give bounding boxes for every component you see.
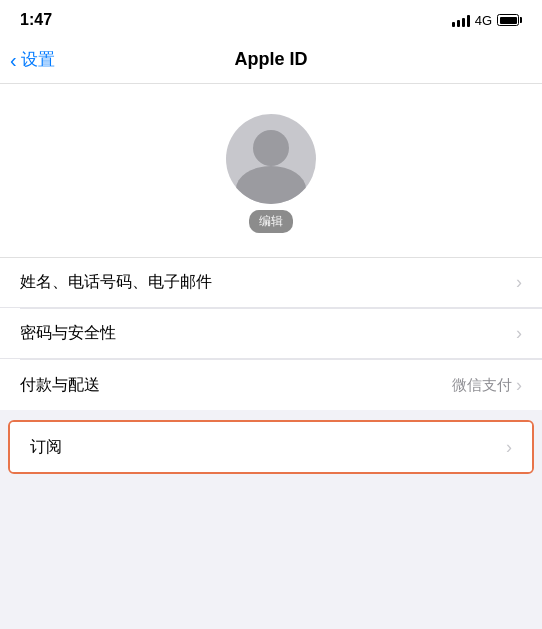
- avatar: [226, 114, 316, 204]
- menu-item-right-subscriptions: ›: [506, 437, 512, 458]
- highlighted-wrapper: 订阅 ›: [8, 420, 534, 474]
- signal-bar-1: [452, 22, 455, 27]
- highlighted-border: 订阅 ›: [8, 420, 534, 474]
- battery-tip: [520, 17, 522, 23]
- signal-bar-2: [457, 20, 460, 27]
- menu-item-subscriptions[interactable]: 订阅 ›: [10, 422, 532, 472]
- menu-item-hint-payment: 微信支付: [452, 376, 512, 395]
- battery-icon: [497, 14, 522, 26]
- back-label: 设置: [21, 48, 55, 71]
- network-label: 4G: [475, 13, 492, 28]
- chevron-right-icon-password: ›: [516, 323, 522, 344]
- signal-bar-4: [467, 15, 470, 27]
- nav-bar: ‹ 设置 Apple ID: [0, 36, 542, 84]
- chevron-right-icon-name: ›: [516, 272, 522, 293]
- status-icons: 4G: [452, 13, 522, 28]
- chevron-right-icon-payment: ›: [516, 375, 522, 396]
- battery-body: [497, 14, 519, 26]
- signal-bar-3: [462, 18, 465, 27]
- edit-badge[interactable]: 编辑: [249, 210, 293, 233]
- menu-item-name-phone-email[interactable]: 姓名、电话号码、电子邮件 ›: [0, 258, 542, 308]
- avatar-body: [236, 166, 306, 204]
- menu-item-label-subscriptions: 订阅: [30, 437, 62, 458]
- avatar-container[interactable]: 编辑: [226, 114, 316, 233]
- status-time: 1:47: [20, 11, 52, 29]
- back-button[interactable]: ‹ 设置: [10, 48, 55, 71]
- menu-sections: 姓名、电话号码、电子邮件 › 密码与安全性 › 付款与配送 微信支付 › 订阅: [0, 258, 542, 474]
- back-chevron-icon: ‹: [10, 50, 17, 70]
- menu-item-right-name: ›: [516, 272, 522, 293]
- profile-section: 编辑: [0, 84, 542, 258]
- status-bar: 1:47 4G: [0, 0, 542, 36]
- page-title: Apple ID: [234, 49, 307, 70]
- battery-fill: [500, 17, 517, 24]
- chevron-right-icon-subscriptions: ›: [506, 437, 512, 458]
- menu-item-password-security[interactable]: 密码与安全性 ›: [0, 309, 542, 359]
- menu-item-label-password: 密码与安全性: [20, 323, 116, 344]
- menu-item-right-payment: 微信支付 ›: [452, 375, 522, 396]
- menu-item-right-password: ›: [516, 323, 522, 344]
- menu-item-label-payment: 付款与配送: [20, 375, 100, 396]
- avatar-head: [253, 130, 289, 166]
- menu-item-payment-delivery[interactable]: 付款与配送 微信支付 ›: [0, 360, 542, 410]
- signal-icon: [452, 13, 470, 27]
- menu-group-normal: 姓名、电话号码、电子邮件 › 密码与安全性 › 付款与配送 微信支付 ›: [0, 258, 542, 410]
- menu-item-label-name: 姓名、电话号码、电子邮件: [20, 272, 212, 293]
